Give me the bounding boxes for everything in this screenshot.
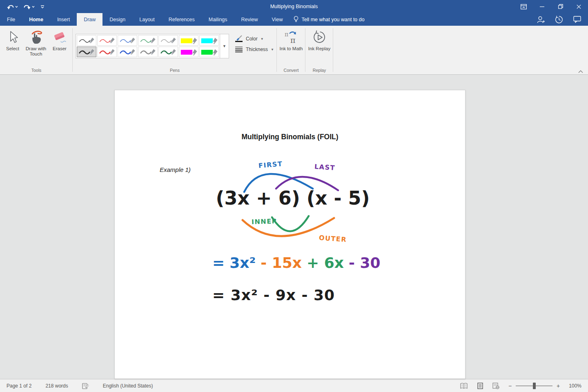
document-area[interactable]: Multiplying Binomials (FOIL) Example 1) … (0, 75, 588, 379)
ink-replay-button[interactable]: Ink Replay (307, 29, 331, 51)
tab-mailings[interactable]: Mailings (202, 13, 234, 26)
term-last: - 30 (349, 254, 381, 271)
history-clock-icon (555, 16, 563, 24)
highlighter-swatch[interactable] (199, 47, 219, 57)
pens-gallery-more-button[interactable]: ▼ (220, 34, 229, 58)
chevron-up-icon (578, 70, 583, 73)
tab-draw[interactable]: Draw (77, 13, 102, 26)
tab-review[interactable]: Review (234, 13, 265, 26)
ribbon-draw: Select Draw with Touch (0, 26, 588, 75)
zoom-in-button[interactable]: + (557, 383, 560, 389)
ink-to-math-button[interactable]: π π Ink to Math (279, 29, 303, 51)
expanded-line: = 3x² - 15x + 6x - 30 (212, 254, 381, 271)
select-tool-button[interactable]: Select (3, 29, 22, 57)
close-icon (577, 4, 581, 9)
share-contact-button[interactable] (536, 14, 546, 25)
pen-swatch[interactable] (138, 47, 158, 57)
print-layout-button[interactable] (477, 383, 483, 389)
thickness-lines-icon (235, 46, 243, 53)
restore-icon (558, 4, 563, 9)
zoom-slider-handle[interactable] (533, 383, 536, 389)
proofing-status-button[interactable] (82, 383, 89, 389)
quick-access-toolbar (0, 2, 47, 11)
undo-button[interactable] (5, 2, 20, 11)
tab-layout[interactable]: Layout (132, 13, 162, 26)
simplified-line: = 3x² - 9x - 30 (212, 287, 335, 303)
tab-references[interactable]: References (162, 13, 202, 26)
pen-swatch[interactable] (77, 35, 96, 46)
term-inner: + 6x (307, 254, 344, 271)
pen-swatch[interactable] (97, 47, 117, 57)
pen-color-button[interactable]: Color ▼ (235, 35, 274, 42)
thickness-label: Thickness (246, 47, 268, 52)
tab-view[interactable]: View (265, 13, 290, 26)
tab-home[interactable]: Home (22, 13, 50, 26)
tab-file[interactable]: File (0, 13, 22, 26)
customize-quick-access-button[interactable] (38, 4, 47, 10)
select-cursor-icon (7, 31, 18, 44)
ink-replay-icon (312, 30, 326, 44)
zoom-out-button[interactable]: − (508, 383, 512, 389)
highlighter-swatch[interactable] (179, 47, 198, 57)
tell-me-box[interactable]: Tell me what you want to do (290, 13, 368, 26)
chevron-down-icon (15, 6, 18, 8)
ribbon-tab-row: File Home Insert Draw Design Layout Refe… (0, 13, 588, 26)
eraser-label: Eraser (53, 46, 67, 51)
proofing-book-icon (82, 383, 89, 389)
ribbon-display-options-button[interactable] (514, 0, 533, 13)
pen-swatch[interactable] (77, 47, 96, 57)
zoom-slider[interactable] (516, 385, 552, 386)
minimize-icon (540, 4, 544, 9)
pen-swatch[interactable] (158, 47, 178, 57)
inner-label: INNER (252, 217, 278, 226)
pens-gallery-row (77, 35, 219, 46)
eraser-icon (53, 31, 67, 44)
tab-design[interactable]: Design (102, 13, 132, 26)
redo-button[interactable] (22, 2, 37, 11)
title-bar: Multiplying Binomials (0, 0, 588, 13)
tools-group-label: Tools (0, 68, 73, 73)
collapse-ribbon-button[interactable] (578, 70, 583, 73)
last-label: LAST (314, 163, 335, 172)
pens-gallery (76, 34, 220, 58)
highlighter-swatch[interactable] (179, 35, 198, 46)
group-divider (333, 28, 333, 72)
pen-swatch[interactable] (118, 47, 137, 57)
minimize-button[interactable] (533, 0, 551, 13)
pens-group-label: Pens (73, 68, 277, 73)
pen-swatch[interactable] (158, 35, 178, 46)
close-button[interactable] (570, 0, 588, 13)
status-bar: Page 1 of 2 218 words English (United St… (0, 379, 588, 392)
document-page: Multiplying Binomials (FOIL) Example 1) … (114, 90, 466, 379)
language-indicator[interactable]: English (United States) (103, 383, 153, 389)
undo-icon (7, 4, 14, 10)
ribbon-group-convert: π π Ink to Math Convert (277, 26, 305, 74)
pens-gallery-row (77, 47, 219, 57)
ribbon-group-replay: Ink Replay Replay (305, 26, 333, 74)
window-title: Multiplying Binomials (0, 4, 588, 9)
page-indicator[interactable]: Page 1 of 2 (7, 383, 31, 389)
pen-thickness-button[interactable]: Thickness ▼ (235, 46, 274, 53)
web-layout-icon (492, 383, 499, 389)
term-outer: - 15x (261, 254, 302, 271)
highlighter-swatch[interactable] (199, 35, 219, 46)
eraser-button[interactable]: Eraser (49, 29, 70, 57)
foil-ink-figure[interactable]: FIRST LAST INNER OUTER (3x + 6) (x - 5) … (203, 158, 382, 310)
read-mode-button[interactable] (460, 383, 468, 389)
restore-button[interactable] (551, 0, 570, 13)
comments-button[interactable] (572, 14, 582, 25)
draw-with-touch-button[interactable]: Draw with Touch (23, 29, 49, 57)
lightbulb-icon (294, 16, 298, 23)
customize-toolbar-icon (40, 5, 45, 9)
zoom-level[interactable]: 100% (569, 383, 581, 389)
word-count[interactable]: 218 words (45, 383, 68, 389)
pen-swatch[interactable] (118, 35, 137, 46)
pen-swatch[interactable] (138, 35, 158, 46)
pen-swatch[interactable] (97, 35, 117, 46)
ribbon-display-options-icon (521, 4, 527, 9)
web-layout-button[interactable] (492, 383, 499, 389)
activity-history-button[interactable] (554, 14, 564, 25)
convert-group-label: Convert (277, 68, 305, 73)
tabrow-right-icons (536, 13, 588, 26)
tab-insert[interactable]: Insert (50, 13, 77, 26)
